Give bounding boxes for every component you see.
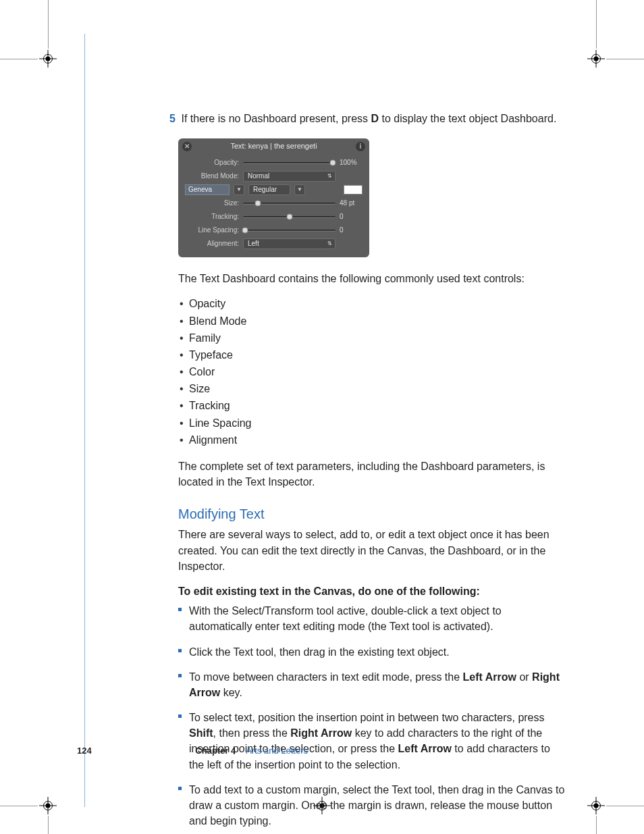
tracking-row: Tracking: 0 [178,210,369,224]
opacity-label: Opacity: [178,158,243,168]
spacing-label: Line Spacing: [178,226,243,236]
list-item: Typeface [178,347,566,363]
alignment-value: Left [248,239,259,249]
size-value: 48 pt [336,199,363,209]
font-row: Geneva ▼ Regular ▼ [178,183,369,197]
chevron-icon: ⇅ [327,240,332,248]
font-family-field[interactable]: Geneva [185,184,230,195]
size-slider[interactable] [243,200,336,207]
size-row: Size: 48 pt [178,197,369,210]
crop-rule [48,816,49,834]
chapter-name: Arts and Letters [246,746,308,756]
list-item: Click the Text tool, then drag in the ex… [178,644,566,660]
text-dashboard-panel: ✕ Text: kenya | the serengeti i Opacity:… [178,138,369,257]
list-item: Size [178,381,566,396]
font-style-arrow[interactable]: ▼ [294,184,305,195]
crop-mark-icon [587,797,605,814]
font-style-value: Regular [253,185,277,195]
list-item: Alignment [178,432,566,448]
list-item: To select text, position the insertion p… [178,710,566,773]
step-key: D [371,113,379,124]
crop-rule [0,806,38,806]
margin-rule [84,34,85,807]
close-icon[interactable]: ✕ [182,142,192,151]
crop-rule [606,59,644,59]
tracking-label: Tracking: [178,212,243,222]
crop-rule [48,0,49,49]
page-footer: 124 Chapter 4 Arts and Letters [77,745,570,758]
dashboard-titlebar: ✕ Text: kenya | the serengeti i [178,138,369,156]
spacing-row: Line Spacing: 0 [178,224,369,237]
opacity-value: 100% [336,158,363,168]
blend-mode-value: Normal [248,172,269,182]
instruction-heading: To edit existing text in the Canvas, do … [178,583,566,599]
page-content: 5 If there is no Dashboard present, pres… [178,111,566,834]
crop-rule [0,59,38,59]
crop-mark-icon [39,50,57,68]
list-item: Opacity [178,296,566,311]
info-icon[interactable]: i [356,142,365,151]
list-item: Family [178,330,566,346]
list-item: Blend Mode [178,313,566,329]
crop-rule [596,816,597,834]
alignment-label: Alignment: [178,239,243,249]
alignment-row: Alignment: Left ⇅ [178,237,369,251]
page-number: 124 [77,746,92,756]
spacing-value: 0 [336,226,363,236]
step-number: 5 [163,111,176,126]
crop-mark-icon [587,50,605,68]
opacity-slider[interactable] [243,159,336,166]
crop-rule [606,806,644,806]
instruction-list: With the Select/Transform tool active, d… [178,603,566,829]
font-family-dropdown[interactable]: ▼ [234,184,244,195]
modifying-intro: There are several ways to select, add to… [178,527,566,574]
chevron-icon: ⇅ [327,172,332,180]
list-item: Color [178,364,566,380]
chapter-label: Chapter 4 [195,746,236,756]
list-item: Tracking [178,398,566,413]
crop-mark-icon [39,797,57,814]
tracking-slider[interactable] [243,213,336,220]
alignment-dropdown[interactable]: Left ⇅ [243,238,336,249]
blend-mode-dropdown[interactable]: Normal ⇅ [243,171,336,182]
line-spacing-slider[interactable] [243,227,336,234]
blend-label: Blend Mode: [178,172,243,182]
step-text: If there is no Dashboard present, press [181,113,371,124]
controls-list: Opacity Blend Mode Family Typeface Color… [178,296,566,448]
intro-paragraph: The Text Dashboard contains the followin… [178,271,566,286]
dashboard-title: Text: kenya | the serengeti [192,141,356,152]
list-item: To add text to a custom margin, select t… [178,782,566,829]
step-text: to display the text object Dashboard. [379,113,556,124]
complete-paragraph: The complete set of text parameters, inc… [178,459,566,490]
blend-row: Blend Mode: Normal ⇅ [178,170,369,183]
list-item: To move between characters in text edit … [178,669,566,700]
crop-rule [596,0,597,49]
section-heading: Modifying Text [178,504,566,524]
step-line: 5 If there is no Dashboard present, pres… [178,111,566,126]
color-swatch[interactable] [344,185,363,194]
opacity-row: Opacity: 100% [178,156,369,170]
size-label: Size: [178,199,243,209]
tracking-value: 0 [336,212,363,222]
list-item: With the Select/Transform tool active, d… [178,603,566,634]
list-item: Line Spacing [178,415,566,431]
font-style-dropdown[interactable]: Regular [248,184,290,195]
